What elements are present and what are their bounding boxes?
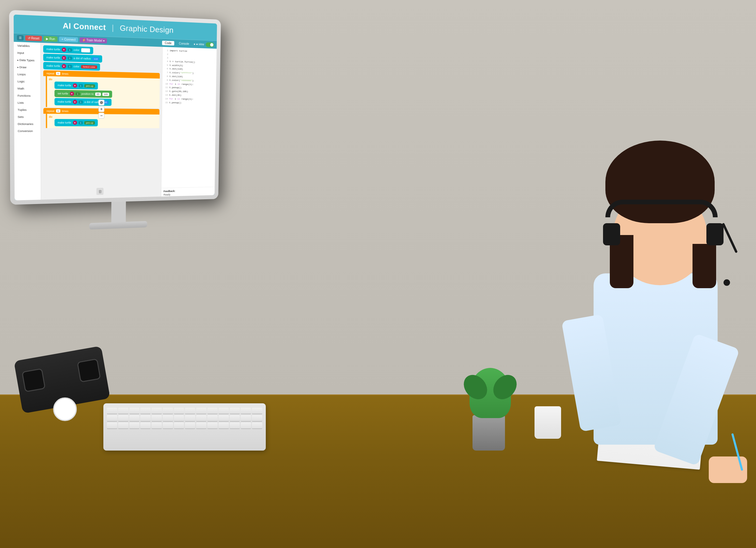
- sidebar-item-variables[interactable]: Variables: [14, 42, 40, 50]
- key-30[interactable]: [118, 423, 128, 429]
- key-40[interactable]: [230, 423, 240, 429]
- key-27[interactable]: [241, 415, 251, 422]
- key-7[interactable]: [174, 408, 184, 414]
- key-18[interactable]: [140, 415, 151, 422]
- trash-button[interactable]: 🗑: [96, 188, 103, 195]
- headset-ear-right: [706, 223, 724, 245]
- sidebar-item-draw[interactable]: Draw: [14, 63, 40, 71]
- block-make-turtle-color[interactable]: make turtle ♥ 1 color: [43, 45, 93, 54]
- sidebar-item-input[interactable]: Input: [14, 49, 40, 57]
- block-val-7: 1: [79, 121, 83, 124]
- penup-label-1: pen-up: [84, 84, 95, 88]
- key-12[interactable]: [230, 408, 240, 414]
- sidebar-item-loops[interactable]: Loops: [14, 71, 40, 78]
- keyboard[interactable]: [103, 403, 266, 451]
- key-28[interactable]: [252, 415, 262, 422]
- headset-mic-tip: [724, 279, 730, 286]
- tab-code[interactable]: Code: [162, 41, 174, 45]
- select-color-btn[interactable]: Select color: [81, 65, 97, 69]
- view-button[interactable]: ● ● view: [194, 43, 204, 46]
- key-8[interactable]: [185, 408, 195, 414]
- block-make-turtle-dot[interactable]: make turtle ♥ 1 a dot of radius 110: [43, 54, 102, 63]
- key-39[interactable]: [219, 423, 229, 429]
- key-42[interactable]: [252, 423, 262, 429]
- sidebar-item-functions[interactable]: Functions: [14, 92, 41, 99]
- repeat-times-1[interactable]: 1: [56, 72, 60, 75]
- sidebar-item-math[interactable]: Math: [14, 85, 40, 92]
- color-swatch-1[interactable]: [81, 48, 90, 53]
- key-25[interactable]: [219, 415, 229, 422]
- key-15[interactable]: [107, 415, 117, 422]
- tab-console[interactable]: Console: [176, 41, 192, 46]
- key-36[interactable]: [185, 423, 195, 429]
- zoom-controls: ⊕ + −: [98, 100, 104, 119]
- key-22[interactable]: [185, 415, 195, 422]
- sidebar-item-lists[interactable]: Lists: [14, 99, 41, 106]
- reset-button[interactable]: ↺ Reset: [25, 35, 42, 41]
- train-button[interactable]: ⚡ Train Model ▾: [79, 37, 107, 43]
- key-13[interactable]: [241, 408, 251, 414]
- screen-title: AI Connect | Graphic Design: [20, 19, 211, 36]
- key-4[interactable]: [140, 408, 151, 414]
- zoom-in[interactable]: +: [98, 106, 104, 112]
- block-x[interactable]: 65: [95, 92, 101, 96]
- run-button[interactable]: ▶ Run: [43, 36, 58, 42]
- key-31[interactable]: [129, 423, 140, 429]
- key-24[interactable]: [207, 415, 218, 422]
- key-17[interactable]: [129, 415, 140, 422]
- key-6[interactable]: [163, 408, 173, 414]
- sidebar-item-tuples[interactable]: Tuples: [14, 106, 41, 113]
- block-penup-2[interactable]: make turtle ♥ 1 pen-up: [55, 119, 98, 126]
- key-41[interactable]: [241, 423, 251, 429]
- block-set-position[interactable]: set turtle ♥ 1 position to 65 105: [54, 90, 112, 98]
- cup: [535, 406, 561, 439]
- key-26[interactable]: [230, 415, 240, 422]
- key-32[interactable]: [140, 423, 151, 429]
- block-heart-1: ♥: [62, 48, 66, 52]
- headset-band: [605, 200, 718, 217]
- connect-button[interactable]: + Connect: [59, 37, 78, 43]
- key-34[interactable]: [163, 423, 173, 429]
- sidebar-item-datatypes[interactable]: Data Types: [14, 56, 40, 64]
- block-y[interactable]: 105: [102, 92, 109, 96]
- sidebar-item-logic[interactable]: Logic: [14, 78, 40, 85]
- key-23[interactable]: [196, 415, 206, 422]
- key-11[interactable]: [219, 408, 229, 414]
- key-19[interactable]: [151, 415, 162, 422]
- key-21[interactable]: [174, 415, 184, 422]
- monitor-frame: AI Connect | Graphic Design ☰ ↺ Reset ▶ …: [9, 10, 221, 205]
- plant-area: [473, 368, 514, 451]
- sidebar-item-sets[interactable]: Sets: [14, 113, 41, 120]
- plant-leaves: [470, 368, 511, 418]
- child-hand: [709, 456, 747, 483]
- key-2[interactable]: [118, 408, 128, 414]
- zoom-out[interactable]: −: [98, 112, 104, 118]
- block-penup-1[interactable]: make turtle ♥ 1 pen-up: [54, 81, 98, 89]
- block-workspace[interactable]: make turtle ♥ 1 color make turtle ♥ 1 a …: [41, 43, 162, 200]
- toggle-switch[interactable]: [206, 42, 214, 47]
- toolbar-right: Code Console ● ● view: [162, 40, 214, 47]
- key-16[interactable]: [118, 415, 128, 422]
- key-20[interactable]: [163, 415, 173, 422]
- key-5[interactable]: [151, 408, 162, 414]
- zoom-compass[interactable]: ⊕: [98, 100, 104, 105]
- menu-button[interactable]: ☰: [17, 35, 24, 41]
- block-make-turtle-select-color[interactable]: make turtle ♥ 1 color Select color: [43, 62, 100, 71]
- monitor-wrapper: AI Connect | Graphic Design ☰ ↺ Reset ▶ …: [9, 10, 221, 250]
- sidebar-item-dictionaries[interactable]: Dictionaries: [14, 120, 40, 127]
- key-38[interactable]: [207, 423, 218, 429]
- code-editor[interactable]: 1import turtle 2 3 4t = turtle.Turtle() …: [161, 47, 216, 188]
- key-35[interactable]: [174, 423, 184, 429]
- key-1[interactable]: [107, 408, 117, 414]
- key-9[interactable]: [196, 408, 206, 414]
- key-10[interactable]: [207, 408, 218, 414]
- key-29[interactable]: [107, 423, 117, 429]
- repeat-times-2[interactable]: 1: [56, 109, 60, 112]
- block-radius-1[interactable]: 110: [92, 57, 100, 61]
- key-37[interactable]: [196, 423, 206, 429]
- key-3[interactable]: [129, 408, 140, 414]
- key-33[interactable]: [151, 423, 162, 429]
- block-heart-2: ♥: [62, 56, 66, 60]
- key-14[interactable]: [252, 408, 262, 414]
- sidebar-item-conversion[interactable]: Conversion: [14, 127, 40, 134]
